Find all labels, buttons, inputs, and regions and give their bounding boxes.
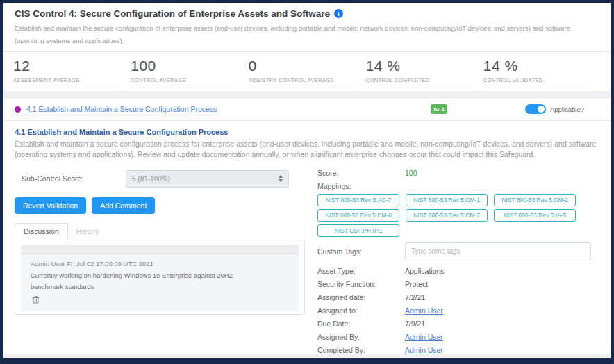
stat-control-validated: 14 % CONTROL VALIDATED — [483, 58, 601, 90]
revert-validation-button[interactable]: Revert Validation — [15, 197, 86, 214]
custom-tags-input[interactable] — [405, 242, 591, 260]
safeguard-link[interactable]: 4.1 Establish and Maintain a Secure Conf… — [26, 105, 217, 113]
stat-control-completed: 14 % CONTROL COMPLETED — [366, 58, 483, 90]
stat-value: 0 — [248, 58, 351, 74]
stat-value: 14 % — [366, 58, 470, 74]
mapping-button[interactable]: NIST 800-53 Rev 5:CM-7 — [406, 209, 488, 222]
discussion-tabs: Discussion History — [15, 222, 305, 240]
trash-icon — [32, 295, 40, 304]
completed-by-link[interactable]: Admin User — [405, 346, 443, 354]
mapping-button[interactable]: NIST 800-53 Rev 5:AC-7 — [317, 194, 399, 206]
assigned-to-label: Assigned to: — [317, 306, 405, 315]
page: CIS Control 4: Secure Configuration of E… — [3, 3, 611, 358]
mapping-button[interactable]: NIST 800-53 Rev 5:CM-6 — [317, 209, 399, 222]
stat-value: 12 — [13, 58, 117, 74]
mapping-button[interactable]: NIST 800-53 Rev 5:CM-1 — [406, 194, 488, 206]
safeguard-row: 4.1 Establish and Maintain a Secure Conf… — [3, 97, 611, 121]
security-function-value: Protect — [405, 280, 428, 288]
subcontrol-score-select[interactable]: 5 (81-100%) — [126, 170, 289, 188]
due-date-label: Due Date: — [317, 320, 405, 328]
assigned-date-label: Assigned date: — [317, 293, 405, 301]
score-label: Score: — [317, 169, 405, 177]
safeguard-description: Establish and maintain a secure configur… — [15, 139, 599, 160]
safeguard-heading: 4.1 Establish and Maintain a Secure Conf… — [15, 128, 599, 136]
stat-value: 100 — [131, 58, 234, 74]
stat-label: CONTROL AVERAGE — [131, 77, 234, 88]
discussion-panel: Admin User Fri Jul 02 17:00:09 UTC 2021 … — [15, 240, 305, 315]
stat-label: ASSESSMENT AVERAGE — [13, 77, 117, 88]
assigned-by-label: Assigned By: — [317, 333, 405, 341]
comment-meta: Admin User Fri Jul 02 17:00:09 UTC 2021 — [31, 260, 292, 267]
stat-label: CONTROL VALIDATED — [483, 77, 587, 88]
custom-tags-label: Custom Tags: — [317, 247, 405, 256]
control-description: Establish and maintain the secure config… — [15, 22, 591, 47]
subcontrol-score-value: 5 (81-100%) — [132, 175, 170, 183]
right-column: Score: 100 Mappings: NIST 800-53 Rev 5:A… — [305, 169, 599, 354]
status-dot — [15, 106, 21, 113]
page-title: CIS Control 4: Secure Configuration of E… — [15, 8, 330, 19]
applicable-toggle[interactable] — [525, 104, 546, 114]
mapping-button[interactable]: NIST 800-53 Rev 5:CM-2 — [494, 194, 576, 206]
security-function-label: Security Function: — [317, 280, 405, 288]
safeguard-detail: 4.1 Establish and Maintain a Secure Conf… — [3, 121, 611, 354]
score-value: 100 — [405, 169, 417, 177]
add-comment-button[interactable]: Add Comment — [92, 197, 155, 214]
comment-item: Admin User Fri Jul 02 17:00:09 UTC 2021 … — [21, 254, 299, 311]
toggle-knob — [538, 106, 545, 113]
discussion-panel-header — [21, 245, 299, 254]
select-stepper-icon — [279, 175, 283, 182]
left-column: Sub-Control Score: 5 (81-100%) Revert Va… — [15, 169, 305, 354]
mapping-button[interactable]: NIST CSF:PR.IP.1 — [317, 224, 399, 237]
section-gap — [3, 91, 611, 97]
delete-comment-button[interactable] — [32, 294, 40, 306]
assigned-by-link[interactable]: Admin User — [405, 333, 443, 341]
ig-badge: IG-1 — [431, 104, 447, 114]
applicable-toggle-label: Applicable? — [550, 106, 584, 113]
tab-history[interactable]: History — [68, 224, 108, 240]
window-frame: CIS Control 4: Secure Configuration of E… — [0, 0, 614, 364]
control-header: CIS Control 4: Secure Configuration of E… — [3, 3, 611, 52]
mappings-list: NIST 800-53 Rev 5:AC-7 NIST 800-53 Rev 5… — [317, 194, 581, 237]
info-icon[interactable]: i — [334, 9, 343, 18]
mapping-button[interactable]: NIST 800-53 Rev 5:IA-5 — [494, 209, 576, 222]
stat-assessment-average: 12 ASSESSMENT AVERAGE — [13, 58, 131, 90]
stat-industry-control-average: 0 INDUSTRY CONTROL AVERAGE — [248, 58, 365, 90]
completed-by-label: Completed By: — [317, 346, 405, 354]
stat-label: INDUSTRY CONTROL AVERAGE — [248, 77, 351, 88]
comment-text: Currently working on hardening Windows 1… — [31, 270, 239, 292]
stats-row: 12 ASSESSMENT AVERAGE 100 CONTROL AVERAG… — [3, 52, 611, 91]
stat-label: CONTROL COMPLETED — [366, 77, 470, 88]
bottom-strip — [3, 354, 611, 358]
asset-type-label: Asset Type: — [317, 267, 405, 275]
assigned-date-value: 7/2/21 — [405, 293, 425, 301]
subcontrol-score-label: Sub-Control Score: — [22, 174, 126, 183]
stat-control-average: 100 CONTROL AVERAGE — [131, 58, 248, 90]
mappings-label: Mappings: — [317, 182, 599, 190]
stat-value: 14 % — [483, 58, 587, 74]
tab-discussion[interactable]: Discussion — [15, 223, 68, 240]
due-date-value: 7/9/21 — [405, 320, 425, 328]
assigned-to-link[interactable]: Admin User — [405, 306, 443, 315]
asset-type-value: Applications — [405, 267, 445, 275]
